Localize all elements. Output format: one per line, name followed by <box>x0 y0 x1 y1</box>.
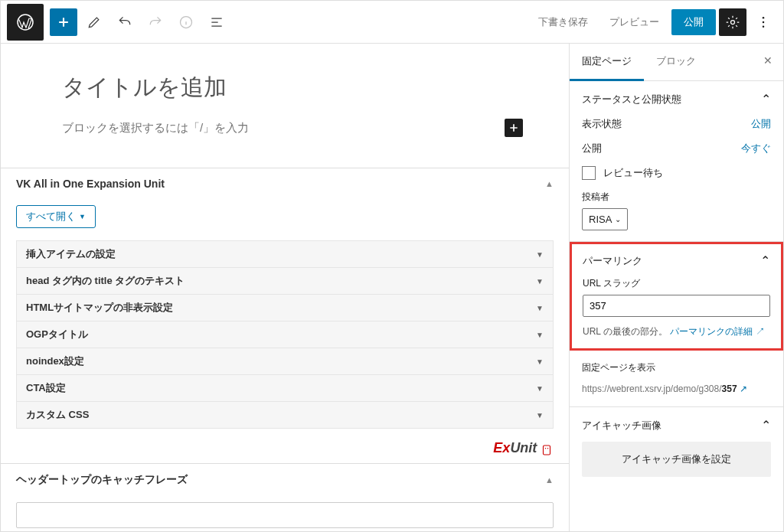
chevron-down-icon: ▼ <box>79 213 86 220</box>
publish-value[interactable]: 今すぐ <box>741 142 771 155</box>
vk-panel: VK All in One Expansion Unit ▲ すべて開く ▼ 挿… <box>1 168 569 463</box>
svg-point-4 <box>763 21 765 23</box>
vk-item[interactable]: noindex設定▼ <box>16 348 554 375</box>
author-label: 投稿者 <box>582 191 771 204</box>
vk-item[interactable]: head タグ内の title タグのテキスト▼ <box>16 267 554 295</box>
chevron-down-icon: ▼ <box>536 411 544 419</box>
status-section: ステータスと公開状態 ⌃ 表示状態 公開 公開 今すぐ レビュー待ち 投稿者 <box>570 81 783 242</box>
slug-input[interactable] <box>583 295 770 317</box>
tab-page[interactable]: 固定ページ <box>570 44 644 81</box>
svg-point-5 <box>763 25 765 28</box>
permalink-section: パーマリンク ⌃ URL スラッグ URL の最後の部分。 パーマリンクの詳細 … <box>570 242 783 351</box>
outline-icon[interactable] <box>203 8 230 36</box>
permalink-details-link[interactable]: パーマリンクの詳細 <box>670 326 753 337</box>
publish-label: 公開 <box>582 142 602 155</box>
vk-items-list: 挿入アイテムの設定▼ head タグ内の title タグのテキスト▼ HTML… <box>1 234 569 437</box>
content-placeholder[interactable]: ブロックを選択するには「/」を入力 <box>62 121 249 135</box>
svg-point-3 <box>763 16 765 18</box>
permalink-header[interactable]: パーマリンク ⌃ <box>583 253 770 268</box>
settings-sidebar: 固定ページ ブロック ✕ ステータスと公開状態 ⌃ 表示状態 公開 公開 今すぐ <box>569 44 783 531</box>
vk-panel-header[interactable]: VK All in One Expansion Unit ▲ <box>1 168 569 199</box>
edit-icon[interactable] <box>80 8 108 36</box>
preview-button[interactable]: プレビュー <box>600 9 668 35</box>
svg-point-2 <box>731 20 735 24</box>
add-block-button[interactable] <box>50 8 77 36</box>
chevron-down-icon: ▼ <box>536 357 544 366</box>
view-page-label: 固定ページを表示 <box>582 361 771 374</box>
vk-item[interactable]: CTA設定▼ <box>16 374 554 402</box>
close-sidebar-button[interactable]: ✕ <box>753 44 783 80</box>
catch-phrase-panel: ヘッダートップのキャッチフレーズ ▲ ここに入力があると、入力内容がページ上部の… <box>1 463 569 531</box>
vk-item[interactable]: カスタム CSS▼ <box>16 401 554 429</box>
vk-item[interactable]: OGPタイトル▼ <box>16 321 554 348</box>
slug-label: URL スラッグ <box>583 277 770 290</box>
vk-item[interactable]: HTMLサイトマップの非表示設定▼ <box>16 294 554 321</box>
chevron-down-icon: ▼ <box>536 384 544 393</box>
slug-description: URL の最後の部分。 パーマリンクの詳細 ↗ <box>583 325 770 339</box>
chevron-down-icon: ▼ <box>536 277 544 286</box>
set-featured-image-button[interactable]: アイキャッチ画像を設定 <box>582 442 771 477</box>
svg-point-8 <box>547 448 549 449</box>
external-link-icon: ↗ <box>740 383 747 394</box>
catch-phrase-input[interactable] <box>16 502 554 528</box>
open-all-button[interactable]: すべて開く ▼ <box>16 205 96 228</box>
sidebar-tabs: 固定ページ ブロック ✕ <box>570 44 783 81</box>
info-icon[interactable] <box>172 8 200 36</box>
chevron-up-icon: ▲ <box>545 475 554 485</box>
chevron-down-icon: ▼ <box>536 331 544 339</box>
pending-review-checkbox[interactable]: レビュー待ち <box>582 166 771 180</box>
chevron-down-icon: ▼ <box>536 304 544 312</box>
svg-point-7 <box>545 448 547 449</box>
visibility-label: 表示状態 <box>582 117 622 131</box>
undo-icon[interactable] <box>111 8 139 36</box>
vk-item[interactable]: 挿入アイテムの設定▼ <box>16 240 554 268</box>
chevron-down-icon: ⌄ <box>615 215 621 224</box>
more-menu-button[interactable] <box>750 8 777 36</box>
redo-icon[interactable] <box>142 8 169 36</box>
publish-button[interactable]: 公開 <box>671 9 716 35</box>
checkbox-icon[interactable] <box>582 166 596 180</box>
page-title-input[interactable] <box>62 74 523 100</box>
catch-phrase-header[interactable]: ヘッダートップのキャッチフレーズ ▲ <box>1 464 569 496</box>
page-url[interactable]: https://webrent.xsrv.jp/demo/g308/357 ↗ <box>582 382 771 396</box>
editor-area: ブロックを選択するには「/」を入力 VK All in One Expansio… <box>1 44 569 531</box>
featured-image-section: アイキャッチ画像 ⌃ アイキャッチ画像を設定 <box>570 407 783 488</box>
chevron-up-icon: ⌃ <box>760 253 770 268</box>
chevron-up-icon: ▲ <box>545 179 554 188</box>
chevron-up-icon: ⌃ <box>761 92 771 106</box>
visibility-value[interactable]: 公開 <box>751 117 771 131</box>
wordpress-logo[interactable] <box>7 4 44 41</box>
settings-button[interactable] <box>719 8 746 36</box>
toolbar-right: 下書き保存 プレビュー 公開 <box>529 8 777 36</box>
status-header[interactable]: ステータスと公開状態 ⌃ <box>582 92 771 106</box>
toolbar-left <box>50 8 230 36</box>
featured-image-header[interactable]: アイキャッチ画像 ⌃ <box>582 418 771 432</box>
inline-add-block-button[interactable] <box>505 119 523 137</box>
author-select[interactable]: RISA ⌄ <box>582 208 628 230</box>
external-link-icon: ↗ <box>756 326 765 337</box>
chevron-up-icon: ⌃ <box>761 418 771 432</box>
exunit-logo: ExUnit <box>1 437 569 463</box>
view-page-section: 固定ページを表示 https://webrent.xsrv.jp/demo/g3… <box>570 351 783 407</box>
vk-panel-title: VK All in One Expansion Unit <box>16 178 165 190</box>
chevron-down-icon: ▼ <box>536 250 544 259</box>
tab-block[interactable]: ブロック <box>644 44 708 80</box>
save-draft-button[interactable]: 下書き保存 <box>529 9 597 35</box>
svg-rect-6 <box>544 446 550 455</box>
top-toolbar: 下書き保存 プレビュー 公開 <box>1 1 783 44</box>
